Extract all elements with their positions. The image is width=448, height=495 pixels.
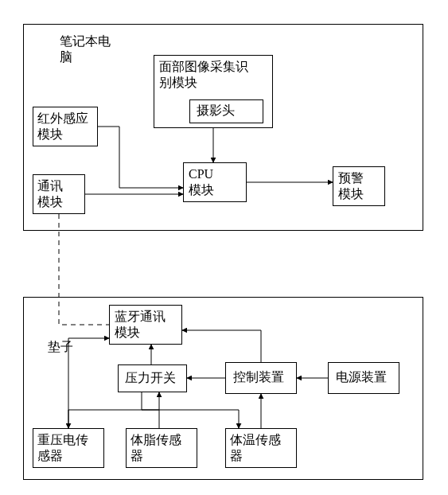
node-press-sw-label: 压力开关 [125,370,176,386]
node-cpu-label: CPU 模块 [189,166,214,198]
node-camera-label: 摄影头 [197,103,235,119]
node-alarm-label: 预警 模块 [338,170,364,202]
node-fat-label: 体脂传感 器 [131,432,181,464]
node-temp-label: 体温传感 器 [230,432,281,464]
node-controller-label: 控制装置 [233,369,284,385]
node-infrared-label: 红外感应 模块 [37,111,88,142]
group-mat-title: 垫子 [48,339,73,355]
node-comm-label: 通讯 模块 [37,178,63,210]
node-face-recog-label: 面部图像采集识 别模块 [159,59,248,91]
group-laptop-title: 笔记本电 脑 [60,33,111,65]
node-piezo-label: 重压电传 感器 [37,432,88,464]
diagram-canvas: 笔记本电 脑 面部图像采集识 别模块 摄影头 红外感应 模块 通讯 模块 CPU… [0,0,448,495]
node-power-label: 电源装置 [336,369,387,385]
node-bluetooth-label: 蓝牙通讯 模块 [115,309,166,341]
